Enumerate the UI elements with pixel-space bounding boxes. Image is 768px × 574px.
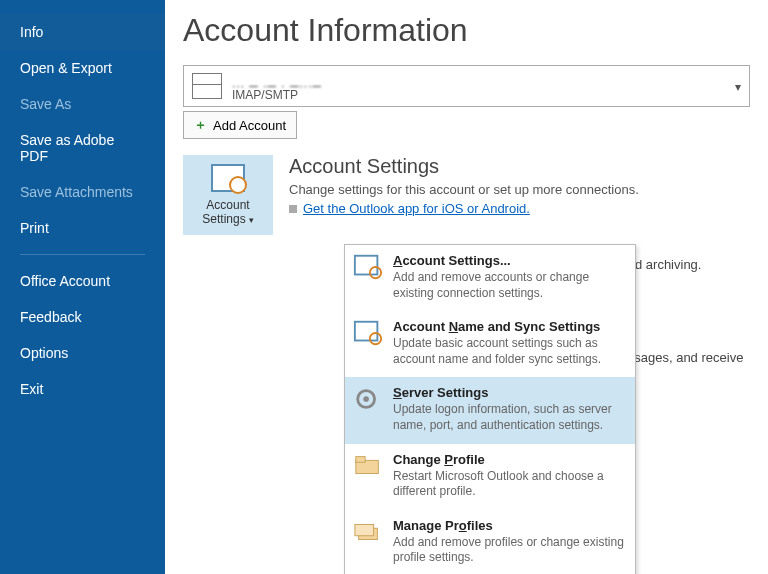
dropdown-item-title: Server Settings [393, 385, 627, 400]
account-settings-label2: Settings [202, 212, 245, 226]
dropdown-item-desc: Update basic account settings such as ac… [393, 336, 627, 367]
dropdown-item-4[interactable]: Manage ProfilesAdd and remove profiles o… [345, 510, 635, 574]
folder-icon [353, 452, 383, 480]
account-selector[interactable]: ··· ─ ·─ · ─···─ IMAP/SMTP ▾ [183, 65, 750, 107]
add-account-button[interactable]: ＋ Add Account [183, 111, 297, 139]
dropdown-item-desc: Restart Microsoft Outlook and choose a d… [393, 469, 627, 500]
sidebar-item-print[interactable]: Print [0, 210, 165, 246]
outlook-app-link[interactable]: Get the Outlook app for iOS or Android. [303, 201, 530, 216]
account-protocol: IMAP/SMTP [232, 88, 298, 102]
mailbox-icon [192, 73, 222, 99]
plus-icon: ＋ [194, 116, 207, 134]
dropdown-item-2[interactable]: Server SettingsUpdate logon information,… [345, 377, 635, 443]
account-settings-dropdown: Account Settings...Add and remove accoun… [344, 244, 636, 574]
dropdown-item-0[interactable]: Account Settings...Add and remove accoun… [345, 245, 635, 311]
account-icon [353, 253, 383, 281]
dropdown-item-desc: Add and remove profiles or change existi… [393, 535, 627, 566]
sidebar-divider [20, 254, 145, 255]
svg-point-5 [363, 397, 369, 403]
bullet-icon [289, 205, 297, 213]
add-account-label: Add Account [213, 118, 286, 133]
gear-icon [353, 385, 383, 413]
dropdown-item-title: Account Name and Sync Settings [393, 319, 627, 334]
sidebar-item-open-export[interactable]: Open & Export [0, 50, 165, 86]
sidebar-item-save-as: Save As [0, 86, 165, 122]
svg-rect-7 [356, 456, 365, 462]
section-heading: Account Settings [289, 155, 639, 178]
dropdown-item-title: Account Settings... [393, 253, 627, 268]
dropdown-item-desc: Update logon information, such as server… [393, 402, 627, 433]
dropdown-item-1[interactable]: Account Name and Sync SettingsUpdate bas… [345, 311, 635, 377]
dropdown-item-desc: Add and remove accounts or change existi… [393, 270, 627, 301]
account-settings-button[interactable]: Account Settings▾ [183, 155, 273, 235]
section-subtitle: Change settings for this account or set … [289, 182, 639, 197]
sidebar-item-save-adobe-pdf[interactable]: Save as Adobe PDF [0, 122, 165, 174]
sidebar: Info Open & Export Save As Save as Adobe… [0, 0, 165, 574]
sidebar-item-info[interactable]: Info [0, 14, 165, 50]
account-settings-text: Account Settings Change settings for thi… [289, 155, 639, 235]
svg-rect-0 [355, 256, 378, 275]
dropdown-item-title: Change Profile [393, 452, 627, 467]
dropdown-item-title: Manage Profiles [393, 518, 627, 533]
sidebar-item-office-account[interactable]: Office Account [0, 263, 165, 299]
folders-icon [353, 518, 383, 546]
account-settings-icon [211, 164, 245, 192]
sidebar-item-options[interactable]: Options [0, 335, 165, 371]
sidebar-item-exit[interactable]: Exit [0, 371, 165, 407]
svg-rect-2 [355, 322, 378, 341]
sidebar-item-save-attachments: Save Attachments [0, 174, 165, 210]
main-panel: Account Information ··· ─ ·─ · ─···─ IMA… [165, 0, 768, 574]
account-settings-label1: Account [206, 198, 249, 212]
dropdown-item-3[interactable]: Change ProfileRestart Microsoft Outlook … [345, 444, 635, 510]
svg-rect-9 [355, 524, 374, 535]
sidebar-item-feedback[interactable]: Feedback [0, 299, 165, 335]
page-title: Account Information [183, 12, 750, 49]
account-icon [353, 319, 383, 347]
chevron-down-icon: ▾ [735, 80, 741, 94]
